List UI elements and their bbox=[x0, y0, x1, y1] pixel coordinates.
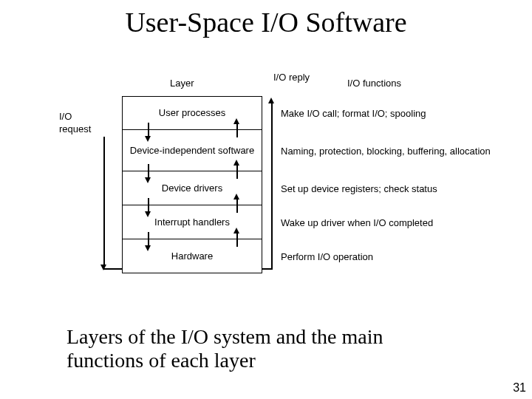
io-reply-label: I/O reply bbox=[273, 72, 318, 83]
slide-caption: Layers of the I/O system and the main fu… bbox=[66, 325, 383, 372]
layer-header: Layer bbox=[170, 78, 194, 89]
up-arrow-line bbox=[236, 198, 238, 213]
up-arrow-icon bbox=[233, 118, 239, 124]
caption-line: Layers of the I/O system and the main bbox=[66, 325, 383, 348]
layer-box: Hardware bbox=[122, 239, 262, 273]
up-arrow-icon bbox=[233, 160, 239, 166]
down-arrow-icon bbox=[145, 211, 151, 217]
layer-stack: User processes Device-independent softwa… bbox=[122, 96, 262, 273]
up-arrow-line bbox=[236, 232, 238, 247]
page-number: 31 bbox=[513, 381, 526, 395]
up-arrow-icon bbox=[233, 194, 239, 200]
down-arrow-icon bbox=[145, 177, 151, 183]
up-arrow-line bbox=[236, 123, 238, 137]
request-arrow-hline bbox=[103, 268, 122, 270]
down-arrow-icon bbox=[145, 245, 151, 251]
layer-function: Set up device registers; check status bbox=[281, 171, 499, 205]
layer-function: Make I/O call; format I/O; spooling bbox=[281, 96, 499, 130]
down-arrow-line bbox=[148, 198, 149, 213]
layer-box: Interrupt handlers bbox=[122, 205, 262, 239]
request-arrow-line bbox=[103, 137, 105, 265]
layer-function: Wake up driver when I/O completed bbox=[281, 205, 499, 239]
layer-function: Naming, protection, blocking, buffering,… bbox=[281, 130, 499, 171]
up-arrow-icon bbox=[233, 228, 239, 233]
io-layers-diagram: Layer I/O reply I/O functions I/O reques… bbox=[59, 78, 499, 296]
reply-arrow-hline bbox=[262, 268, 273, 270]
reply-arrow-line bbox=[271, 103, 273, 270]
down-arrow-icon bbox=[145, 136, 151, 142]
down-arrow-line bbox=[148, 164, 149, 179]
slide-title: User-Space I/O Software bbox=[0, 6, 532, 38]
io-request-label: I/O request bbox=[59, 111, 103, 136]
reply-arrow-head bbox=[268, 98, 274, 103]
function-column: Make I/O call; format I/O; spooling Nami… bbox=[281, 96, 499, 273]
caption-line: functions of each layer bbox=[66, 349, 256, 372]
layer-box: User processes bbox=[122, 96, 262, 130]
layer-box: Device-independent software bbox=[122, 130, 262, 171]
up-arrow-line bbox=[236, 164, 238, 179]
layer-box: Device drivers bbox=[122, 171, 262, 205]
down-arrow-line bbox=[148, 123, 149, 137]
io-functions-label: I/O functions bbox=[347, 78, 401, 89]
layer-function: Perform I/O operation bbox=[281, 239, 499, 273]
down-arrow-line bbox=[148, 232, 149, 247]
